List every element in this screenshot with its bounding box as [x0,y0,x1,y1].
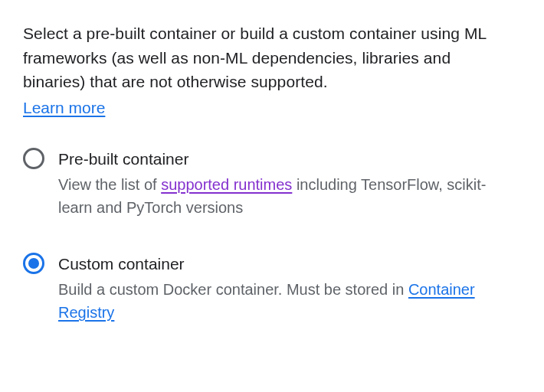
option-custom-desc: Build a custom Docker container. Must be… [58,278,487,324]
option-prebuilt-desc-before: View the list of [58,176,161,193]
container-intro-text: Select a pre-built container or build a … [23,21,513,94]
radio-custom-container[interactable] [23,253,44,274]
option-prebuilt-title[interactable]: Pre-built container [58,148,521,170]
option-custom-title[interactable]: Custom container [58,253,521,275]
option-prebuilt-container: Pre-built container View the list of sup… [23,148,521,219]
option-prebuilt-desc: View the list of supported runtimes incl… [58,173,487,219]
radio-prebuilt-container[interactable] [23,148,44,169]
supported-runtimes-link[interactable]: supported runtimes [161,176,292,193]
learn-more-link[interactable]: Learn more [23,99,105,117]
option-custom-desc-before: Build a custom Docker container. Must be… [58,281,408,298]
container-options: Pre-built container View the list of sup… [23,148,521,325]
option-custom-container: Custom container Build a custom Docker c… [23,253,521,324]
